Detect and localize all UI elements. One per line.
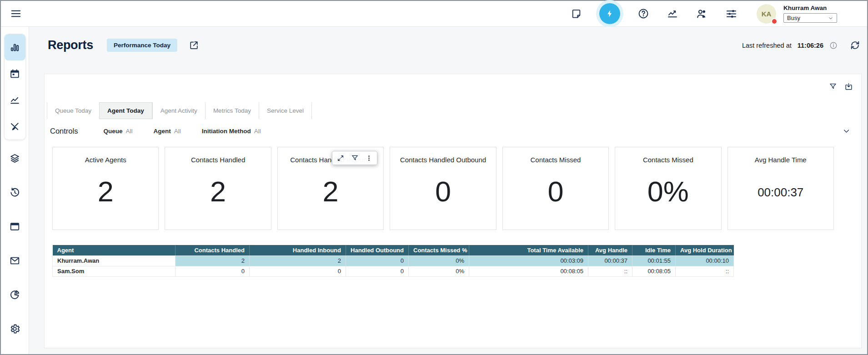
- col-header-handled-outbound[interactable]: Handled Outbound: [346, 245, 409, 255]
- table-cell: 0: [250, 266, 346, 276]
- tab-queue-today[interactable]: Queue Today: [47, 102, 99, 119]
- sidebar-item-pie[interactable]: [9, 289, 20, 300]
- sidebar-item-schedule[interactable]: [5, 60, 25, 87]
- sidebar-item-analytics[interactable]: [5, 87, 25, 113]
- help-icon[interactable]: [637, 8, 649, 20]
- filter-initiation-method[interactable]: Initiation MethodAll: [202, 128, 261, 135]
- topbar: KA Khurram Awan Busy: [1, 1, 867, 27]
- report-badge[interactable]: Performance Today: [107, 39, 177, 52]
- external-link-icon[interactable]: [189, 40, 199, 50]
- table-cell: 00:08:05: [632, 266, 676, 276]
- kpi-card-contacts-handled-inbound: Contacts Handled Inbound 2: [277, 147, 384, 230]
- kpi-title: Contacts Handled: [165, 156, 271, 164]
- filter-agent[interactable]: AgentAll: [153, 128, 181, 135]
- sidebar-item-reports[interactable]: [5, 34, 25, 60]
- refresh-area: Last refreshed at 11:06:26: [742, 40, 861, 51]
- refresh-icon[interactable]: [849, 40, 861, 51]
- people-icon[interactable]: [696, 8, 708, 20]
- col-header-avg-handle[interactable]: Avg Handle: [588, 245, 632, 255]
- col-header-idle-time[interactable]: Idle Time: [632, 245, 676, 255]
- avatar[interactable]: KA: [757, 4, 776, 24]
- table-row: Khurram.Awan 2 2 0 0% 00:03:09 00:00:37 …: [53, 255, 734, 266]
- tab-metrics-today[interactable]: Metrics Today: [205, 102, 259, 119]
- table-cell: 2: [250, 255, 346, 266]
- kpi-value: 2: [165, 177, 271, 206]
- kebab-icon[interactable]: [366, 155, 372, 162]
- agent-name-cell: Khurram.Awan: [53, 255, 176, 266]
- filter-icon[interactable]: [351, 154, 359, 162]
- line-chart-icon[interactable]: [667, 8, 678, 20]
- sidebar-item-design[interactable]: [5, 113, 25, 140]
- sidebar-item-settings[interactable]: [9, 323, 20, 335]
- tab-service-level[interactable]: Service Level: [259, 102, 312, 119]
- kpi-title: Active Agents: [53, 156, 158, 164]
- tab-agent-today[interactable]: Agent Today: [99, 102, 152, 119]
- info-icon[interactable]: [829, 41, 838, 50]
- controls-filters: QueueAll AgentAll Initiation MethodAll: [103, 128, 261, 135]
- page-header: Reports Performance Today Last refreshed…: [48, 38, 861, 52]
- filter-queue[interactable]: QueueAll: [103, 128, 132, 135]
- expand-icon[interactable]: [337, 155, 344, 162]
- table-cell: ::: [676, 266, 734, 276]
- user-block: Khurram Awan Busy: [783, 5, 837, 23]
- kpi-value: 0%: [615, 177, 721, 206]
- filter-queue-label: Queue: [103, 128, 122, 135]
- sidebar-item-layers[interactable]: [9, 153, 20, 164]
- tab-agent-activity[interactable]: Agent Activity: [152, 102, 205, 119]
- kpi-title: Avg Handle Time: [728, 156, 833, 164]
- kpi-card-contacts-missed-pct: Contacts Missed 0%: [615, 147, 721, 230]
- col-header-total-time-available[interactable]: Total Time Available: [469, 245, 588, 255]
- status-select[interactable]: Busy: [783, 13, 837, 23]
- filter-queue-value: All: [125, 128, 132, 135]
- table-cell: 00:00:37: [588, 255, 632, 266]
- kpi-value: 2: [53, 177, 158, 206]
- note-icon[interactable]: [571, 8, 582, 20]
- calendar-icon: [9, 68, 20, 80]
- kpi-value: 0: [503, 177, 608, 206]
- col-header-avg-hold-duration[interactable]: Avg Hold Duration: [676, 245, 734, 255]
- sidebar-item-history[interactable]: [9, 187, 20, 198]
- paintbrush-icon: [9, 121, 20, 132]
- layers-icon: [9, 153, 20, 164]
- lightning-icon[interactable]: [599, 3, 620, 24]
- controls-bar: Controls QueueAll AgentAll Initiation Me…: [45, 119, 861, 143]
- hamburger-menu-icon[interactable]: [10, 8, 22, 20]
- gear-icon: [9, 323, 20, 335]
- table-cell: 2: [176, 255, 250, 266]
- kpi-title: Contacts Handled Outbound: [390, 156, 496, 164]
- col-header-contacts-missed[interactable]: Contacts Missed %: [409, 245, 469, 255]
- report-panel: Queue Today Agent Today Agent Activity M…: [44, 74, 862, 348]
- filter-icon[interactable]: [829, 82, 837, 91]
- col-header-agent[interactable]: Agent: [53, 245, 176, 255]
- sidebar-nav-group: [4, 34, 26, 140]
- col-header-contacts-handled[interactable]: Contacts Handled: [176, 245, 250, 255]
- mail-icon: [9, 255, 20, 266]
- pie-chart-icon: [9, 289, 20, 300]
- sidebar-item-browser[interactable]: [9, 221, 20, 232]
- col-header-handled-inbound[interactable]: Handled Inbound: [250, 245, 346, 255]
- table-cell: 00:01:55: [632, 255, 676, 266]
- download-icon[interactable]: [844, 82, 853, 91]
- sidebar-rail: [9, 153, 20, 335]
- kpi-value: 00:00:37: [728, 186, 833, 198]
- table-cell: 0%: [409, 266, 469, 276]
- collapse-chevron-icon[interactable]: [843, 127, 850, 135]
- status-value: Busy: [787, 15, 800, 21]
- main-content: Reports Performance Today Last refreshed…: [29, 27, 867, 354]
- sidebar-item-mail[interactable]: [9, 255, 20, 266]
- filter-agent-label: Agent: [153, 128, 171, 135]
- filter-initiation-value: All: [254, 128, 261, 135]
- agent-table: Agent Contacts Handled Handled Inbound H…: [52, 245, 734, 277]
- sidebar: [1, 27, 29, 354]
- table-cell: 0: [176, 266, 250, 276]
- panel-tools: [829, 82, 853, 91]
- presence-dot: [771, 18, 778, 25]
- table-cell: ::: [588, 266, 632, 276]
- kpi-cards: Active Agents 2 Contacts Handled 2 Conta…: [52, 147, 834, 230]
- line-chart-icon: [9, 95, 20, 106]
- chevron-down-icon: [828, 15, 833, 21]
- user-name: Khurram Awan: [783, 5, 837, 11]
- kpi-title: Contacts Missed: [615, 156, 721, 164]
- sliders-icon[interactable]: [725, 8, 738, 20]
- controls-label: Controls: [50, 127, 78, 135]
